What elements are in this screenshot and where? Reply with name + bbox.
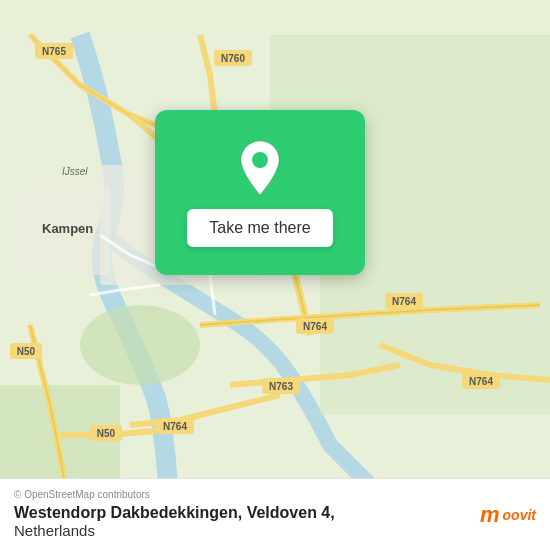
svg-text:N763: N763: [269, 381, 293, 392]
popup-card: Take me there: [155, 110, 365, 275]
info-bar: © OpenStreetMap contributors Westendorp …: [0, 478, 550, 550]
take-me-there-button[interactable]: Take me there: [187, 209, 332, 247]
svg-text:N50: N50: [17, 346, 36, 357]
svg-point-3: [80, 305, 200, 385]
svg-point-29: [252, 152, 268, 168]
svg-text:N50: N50: [97, 428, 116, 439]
location-country: Netherlands: [14, 522, 95, 539]
svg-text:IJssel: IJssel: [62, 166, 88, 177]
svg-text:Kampen: Kampen: [42, 221, 93, 236]
osm-attribution: © OpenStreetMap contributors: [14, 489, 335, 500]
location-details: Westendorp Dakbedekkingen, Veldoven 4, N…: [14, 504, 335, 540]
svg-text:N764: N764: [469, 376, 493, 387]
svg-text:N764: N764: [392, 296, 416, 307]
moovit-logo: m oovit: [480, 502, 536, 528]
info-left: © OpenStreetMap contributors Westendorp …: [14, 489, 335, 540]
svg-text:N765: N765: [42, 46, 66, 57]
map-background: N765 N760 N765 N764 N764 N764 N763 N50 N…: [0, 0, 550, 550]
svg-text:N760: N760: [221, 53, 245, 64]
location-pin-icon: [236, 139, 284, 197]
moovit-wordmark: oovit: [503, 507, 536, 523]
svg-text:N764: N764: [303, 321, 327, 332]
svg-text:N764: N764: [163, 421, 187, 432]
moovit-m-letter: m: [480, 502, 500, 528]
map-container: N765 N760 N765 N764 N764 N764 N763 N50 N…: [0, 0, 550, 550]
location-name: Westendorp Dakbedekkingen, Veldoven 4,: [14, 504, 335, 521]
